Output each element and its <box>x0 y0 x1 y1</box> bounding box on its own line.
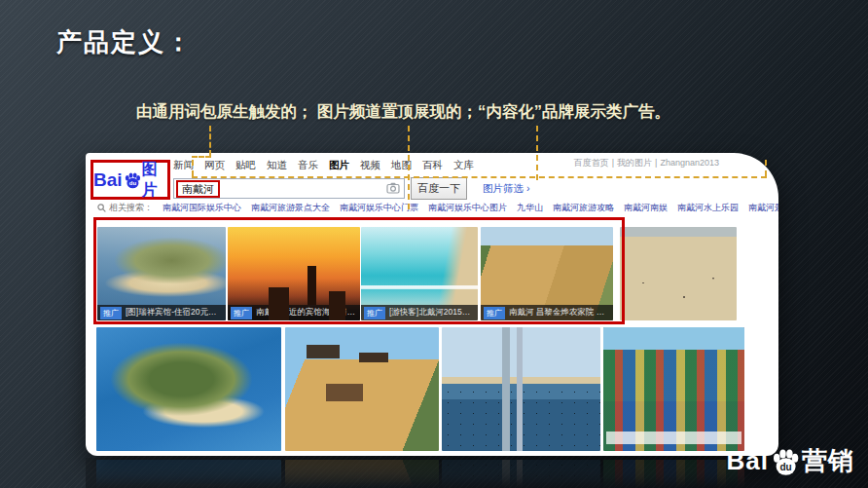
ad-caption-text[interactable]: [图]瑞祥宾馆-住宿20元南戴… <box>126 307 223 319</box>
image-filter-link[interactable]: 图片筛选 › <box>483 182 529 196</box>
result-caption[interactable] <box>606 432 741 444</box>
related-term[interactable]: 南戴河景点图片 <box>748 202 778 214</box>
leader-line-vertical-1 <box>209 126 211 156</box>
presentation-slide: 产品定义： 由通用词包原生触发的； 图片频道置顶展现的；“内容化”品牌展示类广告… <box>0 0 868 488</box>
related-searches: 相关搜索： 南戴河国际娱乐中心 南戴河旅游景点大全 南戴河娱乐中心门票 南戴河娱… <box>97 202 778 214</box>
leader-line-foot-1 <box>192 156 211 158</box>
baidu-paw-icon: du <box>771 447 800 476</box>
tab-baike[interactable]: 百科 <box>422 159 443 172</box>
account-link[interactable]: Zhangnan2013 <box>660 158 719 168</box>
result-image-water-park[interactable] <box>603 327 744 451</box>
result-image-city-beach[interactable] <box>442 327 600 451</box>
result-image-temple-sand-slide[interactable] <box>285 327 439 451</box>
ad-caption-bar: 推广 [图]瑞祥宾馆-住宿20元南戴… <box>97 305 226 320</box>
tab-web[interactable]: 网页 <box>204 159 225 172</box>
svg-text:du: du <box>780 461 792 471</box>
search-bar: 南戴河 百度一下 图片筛选 › <box>173 177 529 200</box>
ad-caption-bar: 推广 [游快客]北戴河2015网上… <box>361 305 478 320</box>
leader-line-vertical-3 <box>536 126 538 180</box>
chevron-right-icon: › <box>526 182 530 194</box>
ad-image-sand-slide[interactable]: 推广 南戴河 昌黎金烨农家院 欢迎… <box>481 227 613 320</box>
home-link[interactable]: 百度首页 <box>574 158 609 168</box>
camera-icon[interactable] <box>386 182 400 194</box>
ad-caption-text[interactable]: [游快客]北戴河2015网上… <box>389 307 475 319</box>
ad-caption-bar: 推广 南戴河附近的宾馆海景房70… <box>228 305 360 320</box>
page-title: 产品定义： <box>56 25 193 59</box>
baidu-image-logo[interactable]: Bai du 图片 <box>90 160 170 200</box>
tab-music[interactable]: 音乐 <box>298 159 318 172</box>
related-term[interactable]: 南戴河旅游攻略 <box>553 202 614 214</box>
logo-text-product: 图片 <box>142 160 167 201</box>
nav-underline-dashed <box>192 176 767 178</box>
result-image-bay-aerial[interactable] <box>96 327 281 451</box>
tab-images-active[interactable]: 图片 <box>329 159 349 172</box>
organic-image-beach-crowd[interactable] <box>620 227 737 320</box>
baidu-marketing-logo: Bai du 营销 <box>727 444 854 478</box>
svg-text:du: du <box>128 180 136 186</box>
brand-text-bai: Bai <box>727 446 769 476</box>
channel-nav: 新闻 网页 贴吧 知道 音乐 图片 视频 地图 百科 文库 <box>173 159 474 172</box>
ad-caption-text[interactable]: 南戴河附近的宾馆海景房70… <box>256 307 357 319</box>
leader-line-vertical-2 <box>408 126 410 209</box>
tab-wenku[interactable]: 文库 <box>453 159 474 172</box>
related-label: 相关搜索： <box>97 202 153 214</box>
ad-badge: 推广 <box>100 307 122 319</box>
slide-subtitle: 由通用词包原生触发的； 图片频道置顶展现的；“内容化”品牌展示类广告。 <box>136 101 670 123</box>
tab-video[interactable]: 视频 <box>360 159 380 172</box>
ad-badge: 推广 <box>364 307 385 319</box>
ad-image-turquoise-beach[interactable]: 推广 [游快客]北戴河2015网上… <box>361 227 478 320</box>
tab-tieba[interactable]: 贴吧 <box>235 159 256 172</box>
tab-zhidao[interactable]: 知道 <box>267 159 287 172</box>
header-links: 百度首页|我的图片|Zhangnan2013 <box>571 157 722 169</box>
filter-label: 图片筛选 <box>483 182 524 194</box>
related-term[interactable]: 南戴河水上乐园 <box>677 202 739 214</box>
brand-text-suffix: 营销 <box>802 444 854 478</box>
baidu-image-search-screenshot: 百度首页|我的图片|Zhangnan2013 Bai du 图片 新闻 网页 贴… <box>86 153 778 456</box>
logo-text-bai: Bai <box>93 169 123 191</box>
related-term[interactable]: 九华山 <box>517 202 543 214</box>
nav-dashed-left-tick <box>192 160 194 176</box>
related-term[interactable]: 南戴河国际娱乐中心 <box>163 202 241 214</box>
ad-badge: 推广 <box>484 307 505 319</box>
related-term[interactable]: 南戴河娱乐中心门票 <box>340 202 418 214</box>
ad-image-sunset[interactable]: 推广 南戴河附近的宾馆海景房70… <box>228 227 360 320</box>
separator: | <box>612 158 614 168</box>
screenshot-reflection <box>86 458 778 488</box>
related-label-text: 相关搜索： <box>109 202 153 214</box>
search-query[interactable]: 南戴河 <box>176 180 220 198</box>
related-term[interactable]: 南戴河旅游景点大全 <box>251 202 330 214</box>
related-term[interactable]: 南戴河娱乐中心图片 <box>428 202 507 214</box>
nav-dashed-right-tick <box>765 160 767 176</box>
ad-caption-text[interactable]: 南戴河 昌黎金烨农家院 欢迎… <box>509 307 610 319</box>
tab-news[interactable]: 新闻 <box>173 159 194 172</box>
ad-caption-bar: 推广 南戴河 昌黎金烨农家院 欢迎… <box>481 305 613 320</box>
baidu-paw-icon: du <box>124 169 141 191</box>
search-input[interactable]: 南戴河 <box>173 178 405 199</box>
ad-badge: 推广 <box>231 307 252 319</box>
search-icon <box>97 204 106 212</box>
separator: | <box>655 158 657 168</box>
search-button[interactable]: 百度一下 <box>411 177 467 200</box>
related-term[interactable]: 南戴河南娱 <box>624 202 668 214</box>
my-pictures-link[interactable]: 我的图片 <box>617 158 652 168</box>
ad-image-coastal-aerial[interactable]: 推广 [图]瑞祥宾馆-住宿20元南戴… <box>97 227 226 320</box>
